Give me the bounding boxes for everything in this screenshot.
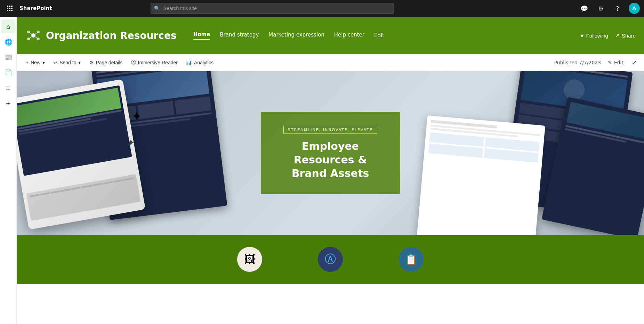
send-icon: ↩ bbox=[53, 60, 57, 65]
share-button[interactable]: ↗ Share bbox=[615, 32, 636, 39]
sidebar-item-lists[interactable]: ≡ bbox=[1, 81, 15, 95]
nav-item-marketing-expression[interactable]: Marketing expression bbox=[268, 32, 324, 39]
bottom-icon-doc: 📋 bbox=[399, 247, 424, 272]
bottom-card bbox=[416, 115, 545, 235]
site-logo-area: Organization Resources bbox=[25, 27, 177, 44]
edit-button[interactable]: ✎ Edit bbox=[605, 58, 626, 67]
settings-icon[interactable]: ⚙ bbox=[595, 3, 606, 14]
drone-decoration-2: ✦ bbox=[127, 137, 135, 148]
site-header-actions: ★ Following ↗ Share bbox=[580, 32, 636, 39]
sidebar-item-sites[interactable]: 🌐 bbox=[1, 35, 15, 49]
site-nav: Home Brand strategy Marketing expression… bbox=[193, 31, 384, 40]
left-sidebar: ⌂ 🌐 📰 📄 ≡ + bbox=[0, 17, 17, 324]
search-icon: 🔍 bbox=[154, 6, 160, 11]
bottom-icon-item-3: 📋 bbox=[399, 247, 424, 272]
new-button[interactable]: + New ▾ bbox=[22, 58, 48, 67]
sidebar-item-home[interactable]: ⌂ bbox=[1, 19, 15, 33]
bottom-icon-image: 🖼 bbox=[237, 247, 262, 272]
app-name[interactable]: SharePoint bbox=[19, 5, 56, 11]
published-date: Published 7/7/2023 bbox=[554, 60, 601, 65]
chat-icon[interactable]: 💬 bbox=[579, 3, 590, 14]
site-header: Organization Resources Home Brand strate… bbox=[17, 17, 644, 54]
hero-background: ✦ ✦ bbox=[17, 71, 644, 235]
share-icon: ↗ bbox=[615, 32, 620, 39]
gear-icon: ⚙ bbox=[89, 60, 94, 65]
following-button[interactable]: ★ Following bbox=[580, 32, 608, 39]
star-icon: ★ bbox=[580, 32, 584, 39]
search-bar: 🔍 bbox=[151, 3, 394, 14]
bottom-icon-text: Ⓐ bbox=[318, 247, 343, 272]
nav-item-edit[interactable]: Edit bbox=[374, 32, 384, 39]
laptop-area: ✦ ✦ bbox=[17, 81, 149, 234]
immersive-reader-button[interactable]: Ⓐ Immersive Reader bbox=[128, 57, 181, 68]
site-logo-icon bbox=[25, 27, 42, 44]
bottom-section: 🖼 Ⓐ 📋 bbox=[17, 235, 644, 284]
plus-icon: + bbox=[26, 60, 29, 65]
hero-title: Employee Resources & Brand Assets bbox=[275, 139, 386, 180]
sidebar-item-add[interactable]: + bbox=[1, 96, 15, 110]
page-details-button[interactable]: ⚙ Page details bbox=[86, 58, 126, 67]
chevron-down-icon: ▾ bbox=[42, 60, 45, 65]
nav-item-brand-strategy[interactable]: Brand strategy bbox=[220, 32, 259, 39]
toolbar-right: Published 7/7/2023 ✎ Edit ⤢ bbox=[554, 57, 638, 67]
toolbar: + New ▾ ↩ Send to ▾ ⚙ Page details Ⓐ Imm… bbox=[17, 54, 644, 71]
bottom-icon-item-1: 🖼 bbox=[237, 247, 262, 272]
top-bar: SharePoint 🔍 💬 ⚙ ? A bbox=[0, 0, 644, 17]
avatar[interactable]: A bbox=[629, 3, 640, 14]
site-title: Organization Resources bbox=[46, 30, 177, 41]
help-icon[interactable]: ? bbox=[612, 3, 623, 14]
nav-item-home[interactable]: Home bbox=[193, 31, 210, 40]
hero-tagline: STREAMLINE, INNOVATE, ELEVATE bbox=[283, 126, 377, 134]
hero-overlay-box: STREAMLINE, INNOVATE, ELEVATE Employee R… bbox=[261, 112, 400, 194]
analytics-button[interactable]: 📊 Analytics bbox=[183, 58, 217, 67]
nav-item-help-center[interactable]: Help center bbox=[334, 32, 364, 39]
sidebar-item-pages[interactable]: 📄 bbox=[1, 65, 15, 79]
expand-button[interactable]: ⤢ bbox=[630, 57, 638, 67]
search-input[interactable] bbox=[151, 3, 394, 14]
pencil-icon: ✎ bbox=[608, 60, 612, 65]
sidebar-item-news[interactable]: 📰 bbox=[1, 50, 15, 64]
chevron-down-icon-send: ▾ bbox=[78, 60, 81, 65]
hero-section: ✦ ✦ bbox=[17, 71, 644, 235]
analytics-icon: 📊 bbox=[186, 60, 192, 65]
waffle-icon[interactable] bbox=[4, 3, 15, 14]
reader-icon: Ⓐ bbox=[131, 59, 136, 66]
top-bar-actions: 💬 ⚙ ? A bbox=[579, 3, 640, 14]
main-content: Organization Resources Home Brand strate… bbox=[17, 17, 644, 324]
bottom-icon-item-2: Ⓐ bbox=[318, 247, 343, 272]
send-to-button[interactable]: ↩ Send to ▾ bbox=[50, 58, 84, 67]
drone-decoration-1: ✦ bbox=[131, 109, 142, 123]
